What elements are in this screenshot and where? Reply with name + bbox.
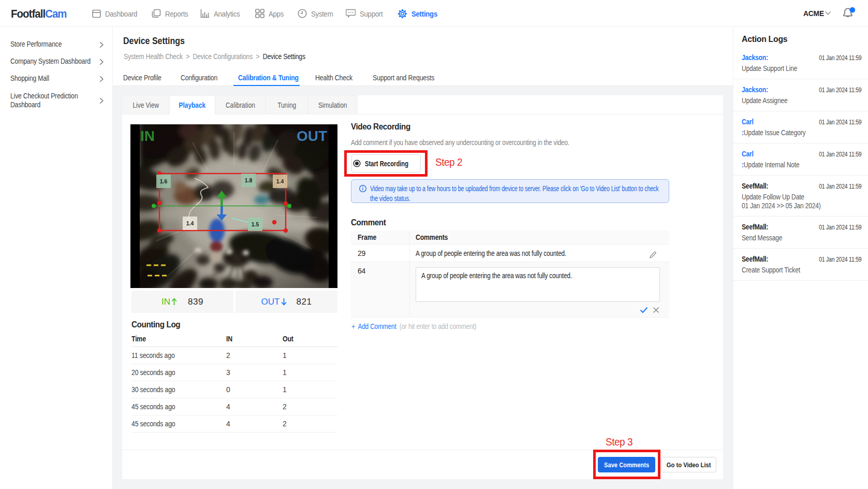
svg-text:OUT: OUT xyxy=(297,128,327,144)
svg-text:1.8: 1.8 xyxy=(245,177,253,183)
svg-text:1.6: 1.6 xyxy=(160,178,168,184)
svg-text:IN: IN xyxy=(140,128,155,144)
svg-text:1.4: 1.4 xyxy=(276,178,284,184)
svg-text:1.5: 1.5 xyxy=(252,221,259,227)
svg-text:1.4: 1.4 xyxy=(186,220,194,226)
